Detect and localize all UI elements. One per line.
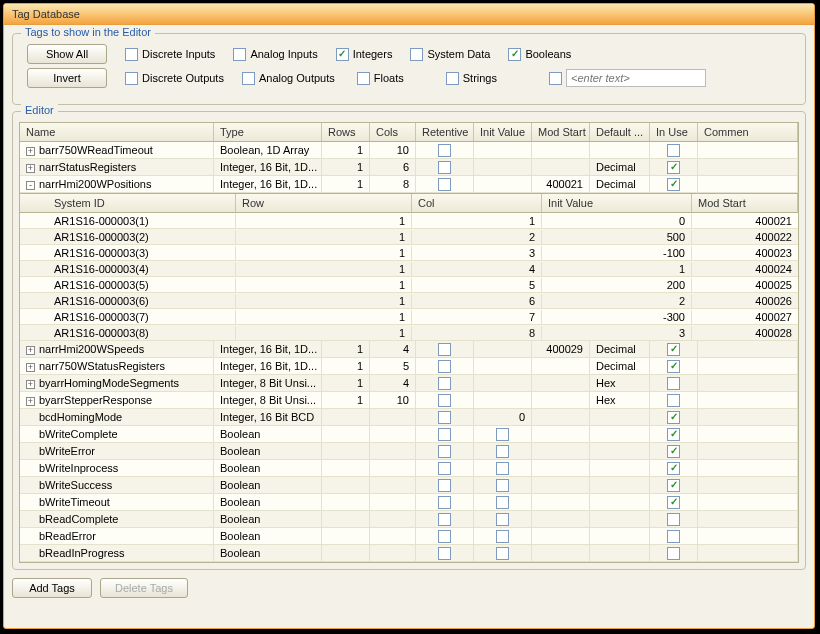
analog-inputs-checkbox[interactable] [233, 48, 246, 61]
cell-row[interactable]: 1 [236, 214, 412, 228]
table-row[interactable]: bcdHomingMode Integer, 16 Bit BCD 0 [20, 409, 798, 426]
cell-name[interactable]: bReadError [20, 528, 214, 545]
cell-comment[interactable] [698, 358, 798, 375]
sub-row[interactable]: AR1S16-000003(8) 1 8 3 400028 [20, 325, 798, 341]
cell-comment[interactable] [698, 511, 798, 528]
cell-mod[interactable] [532, 426, 590, 443]
cell-comment[interactable] [698, 528, 798, 545]
cell-type[interactable]: Integer, 8 Bit Unsi... [214, 375, 322, 392]
integers-checkbox[interactable] [336, 48, 349, 61]
sub-row[interactable]: AR1S16-000003(4) 1 4 1 400024 [20, 261, 798, 277]
table-row[interactable]: bWriteTimeout Boolean [20, 494, 798, 511]
init-value-checkbox[interactable] [496, 547, 509, 560]
cell-init[interactable]: -300 [542, 310, 692, 324]
tree-toggle-icon[interactable]: + [26, 397, 35, 406]
cell-name[interactable]: +barr750WReadTimeout [20, 142, 214, 159]
cell-default[interactable] [590, 494, 650, 511]
cell-type[interactable]: Boolean [214, 460, 322, 477]
cell-default[interactable] [590, 443, 650, 460]
cell-comment[interactable] [698, 142, 798, 159]
cell-col[interactable]: 4 [412, 262, 542, 276]
cell-init[interactable]: 200 [542, 278, 692, 292]
table-row[interactable]: +narr750WStatusRegisters Integer, 16 Bit… [20, 358, 798, 375]
cell-col[interactable]: 8 [412, 326, 542, 340]
cell-type[interactable]: Boolean [214, 426, 322, 443]
cell-rows[interactable]: 1 [322, 375, 370, 392]
add-tags-button[interactable]: Add Tags [12, 578, 92, 598]
cell-systemid[interactable]: AR1S16-000003(7) [48, 310, 236, 324]
inuse-checkbox[interactable] [667, 144, 680, 157]
cell-mod[interactable]: 400022 [692, 230, 798, 244]
cell-cols[interactable] [370, 511, 416, 528]
cell-row[interactable]: 1 [236, 246, 412, 260]
cell-cols[interactable]: 10 [370, 142, 416, 159]
cell-init[interactable] [474, 142, 532, 159]
cell-rows[interactable] [322, 443, 370, 460]
col-name[interactable]: Name [20, 123, 214, 141]
inuse-checkbox[interactable] [667, 428, 680, 441]
cell-name[interactable]: bWriteTimeout [20, 494, 214, 511]
inuse-checkbox[interactable] [667, 547, 680, 560]
cell-col[interactable]: 7 [412, 310, 542, 324]
cell-default[interactable] [590, 142, 650, 159]
cell-name[interactable]: +narrHmi200WSpeeds [20, 341, 214, 358]
init-value-checkbox[interactable] [496, 462, 509, 475]
cell-row[interactable]: 1 [236, 310, 412, 324]
tree-toggle-icon[interactable]: + [26, 380, 35, 389]
col-retentive[interactable]: Retentive [416, 123, 474, 141]
cell-mod[interactable] [532, 358, 590, 375]
retentive-checkbox[interactable] [438, 428, 451, 441]
cell-init[interactable]: 500 [542, 230, 692, 244]
cell-systemid[interactable]: AR1S16-000003(8) [48, 326, 236, 340]
cell-cols[interactable] [370, 443, 416, 460]
inuse-checkbox[interactable] [667, 445, 680, 458]
cell-mod[interactable] [532, 494, 590, 511]
cell-cols[interactable] [370, 426, 416, 443]
cell-mod[interactable] [532, 443, 590, 460]
cell-comment[interactable] [698, 341, 798, 358]
cell-type[interactable]: Boolean [214, 477, 322, 494]
init-value-checkbox[interactable] [496, 513, 509, 526]
cell-comment[interactable] [698, 159, 798, 176]
cell-systemid[interactable]: AR1S16-000003(3) [48, 246, 236, 260]
retentive-checkbox[interactable] [438, 411, 451, 424]
retentive-checkbox[interactable] [438, 377, 451, 390]
cell-row[interactable]: 1 [236, 230, 412, 244]
cell-default[interactable] [590, 409, 650, 426]
retentive-checkbox[interactable] [438, 547, 451, 560]
inuse-checkbox[interactable] [667, 394, 680, 407]
cell-rows[interactable] [322, 460, 370, 477]
cell-default[interactable]: Decimal [590, 176, 650, 193]
cell-cols[interactable]: 8 [370, 176, 416, 193]
cell-mod[interactable] [532, 528, 590, 545]
sub-row[interactable]: AR1S16-000003(2) 1 2 500 400022 [20, 229, 798, 245]
cell-rows[interactable]: 1 [322, 176, 370, 193]
cell-comment[interactable] [698, 494, 798, 511]
cell-default[interactable] [590, 426, 650, 443]
cell-rows[interactable] [322, 477, 370, 494]
cell-rows[interactable] [322, 511, 370, 528]
col-type[interactable]: Type [214, 123, 322, 141]
retentive-checkbox[interactable] [438, 161, 451, 174]
cell-row[interactable]: 1 [236, 294, 412, 308]
cell-init[interactable] [474, 392, 532, 409]
discrete-inputs-checkbox[interactable] [125, 48, 138, 61]
strings-checkbox[interactable] [446, 72, 459, 85]
inuse-checkbox[interactable] [667, 411, 680, 424]
cell-init[interactable]: 1 [542, 262, 692, 276]
table-row[interactable]: -narrHmi200WPositions Integer, 16 Bit, 1… [20, 176, 798, 193]
tree-toggle-icon[interactable]: + [26, 363, 35, 372]
cell-rows[interactable]: 1 [322, 142, 370, 159]
cell-mod[interactable]: 400028 [692, 326, 798, 340]
show-all-button[interactable]: Show All [27, 44, 107, 64]
cell-systemid[interactable]: AR1S16-000003(2) [48, 230, 236, 244]
cell-cols[interactable] [370, 477, 416, 494]
subcol-row[interactable]: Row [236, 194, 412, 212]
retentive-checkbox[interactable] [438, 445, 451, 458]
subcol-col[interactable]: Col [412, 194, 542, 212]
inuse-checkbox[interactable] [667, 343, 680, 356]
cell-cols[interactable] [370, 528, 416, 545]
system-data-checkbox[interactable] [410, 48, 423, 61]
cell-mod[interactable]: 400024 [692, 262, 798, 276]
sub-row[interactable]: AR1S16-000003(5) 1 5 200 400025 [20, 277, 798, 293]
